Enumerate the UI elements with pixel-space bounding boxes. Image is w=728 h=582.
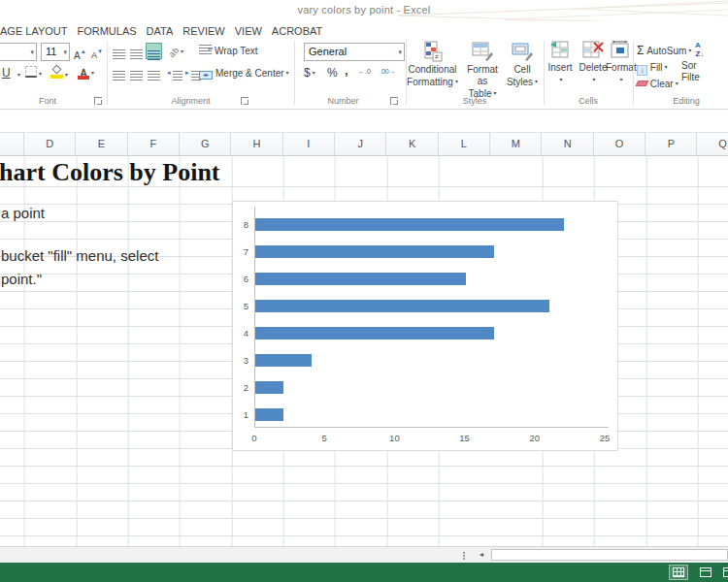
ribbon-tab-view[interactable]: VIEW (230, 23, 267, 37)
column-header-n[interactable]: N (542, 133, 593, 155)
chevron-down-icon: ▾ (63, 44, 67, 60)
ribbon-tab-data[interactable]: DATA (142, 23, 179, 37)
column-header-partial[interactable] (0, 133, 24, 155)
align-left-button[interactable] (111, 64, 127, 81)
underline-button[interactable]: U (2, 65, 11, 81)
svg-text:≠: ≠ (435, 53, 439, 60)
horizontal-scrollbar-strip: ◂ (0, 546, 728, 563)
decrease-indent-button[interactable]: ◂ (167, 64, 183, 81)
chart-bar[interactable] (255, 245, 494, 258)
chart-y-label: 5 (233, 300, 248, 312)
orientation-icon: ab (165, 44, 182, 61)
column-header-l[interactable]: L (439, 133, 490, 155)
ribbon-group-number: General ▾ $▾ % , ←.0 .00→ Number (294, 39, 406, 109)
wrap-text-button[interactable]: ↵ Wrap Text (199, 44, 258, 59)
column-header-g[interactable]: G (180, 133, 231, 155)
underline-menu-arrow[interactable]: ▾ (16, 67, 20, 83)
sort-filter-button[interactable]: A Z ↓ Sor Filte (678, 41, 728, 83)
chart-bar[interactable] (255, 300, 549, 312)
align-center-button[interactable] (128, 64, 145, 81)
delete-cells-button[interactable]: Delete▾ (579, 41, 608, 86)
chart-bar[interactable] (255, 408, 283, 421)
chart-bar[interactable] (255, 354, 312, 367)
align-right-button[interactable] (146, 64, 162, 81)
column-header-o[interactable]: O (594, 133, 645, 155)
shrink-font-button[interactable]: A▼ (91, 44, 103, 63)
column-header-p[interactable]: P (645, 133, 697, 155)
tab-splitter-handle[interactable] (463, 552, 465, 554)
chart-bar[interactable] (255, 381, 283, 394)
chart-y-label: 3 (233, 354, 248, 367)
top-align-button[interactable] (111, 43, 127, 59)
comma-format-button[interactable]: , (345, 63, 348, 79)
borders-button[interactable]: ▾ (25, 66, 42, 82)
number-dialog-launcher[interactable] (390, 97, 398, 105)
chart-y-label: 4 (233, 327, 248, 340)
align-left-icon (113, 71, 125, 81)
title-bar: vary colors by point - Excel (0, 0, 728, 21)
cell-styles-button[interactable]: Cell Styles▾ (506, 41, 539, 88)
font-size-combo[interactable]: 11 ▾ (41, 43, 70, 61)
increase-decimal-button[interactable]: ←.0 (358, 68, 371, 76)
chart-bar[interactable] (255, 273, 466, 285)
format-cells-icon (610, 41, 631, 60)
percent-format-button[interactable]: % (327, 65, 338, 81)
horizontal-scrollbar-thumb[interactable] (491, 549, 728, 561)
bottom-align-button[interactable] (146, 43, 162, 59)
format-as-table-button[interactable]: Format as Table▾ (461, 41, 504, 100)
font-color-button[interactable]: A ▾ (78, 65, 94, 81)
ribbon-tab-acrobat[interactable]: ACROBAT (267, 23, 327, 37)
chart-y-label: 7 (233, 245, 248, 258)
column-header-d[interactable]: D (24, 133, 76, 155)
currency-format-button[interactable]: $▾ (304, 65, 315, 81)
top-align-icon (113, 49, 125, 59)
chart-x-label: 10 (383, 433, 405, 443)
column-header-i[interactable]: I (283, 133, 335, 155)
middle-align-button[interactable] (128, 43, 145, 59)
chart-bar[interactable] (255, 218, 564, 231)
sheet-note-1[interactable]: a point (1, 205, 45, 221)
bar-chart[interactable]: 123456780510152025 (232, 201, 618, 451)
merge-center-button[interactable]: ◂▸Merge & Center▾ (199, 65, 289, 81)
grow-font-button[interactable]: A▲ (74, 44, 86, 64)
sheet-note-2[interactable]: bucket "fill" menu, select (1, 247, 158, 264)
chart-x-axis (254, 427, 609, 428)
scroll-left-button[interactable]: ◂ (474, 548, 489, 562)
alignment-dialog-launcher[interactable] (241, 97, 248, 105)
column-header-q[interactable]: Q (697, 133, 728, 155)
middle-align-icon (130, 49, 143, 59)
sheet-title-text[interactable]: hart Colors by Point (0, 158, 220, 187)
column-header-j[interactable]: J (335, 133, 386, 155)
column-header-k[interactable]: K (386, 133, 438, 155)
column-header-m[interactable]: M (490, 133, 542, 155)
chart-bar[interactable] (255, 327, 494, 340)
clear-button[interactable]: Clear▾ (637, 76, 678, 92)
normal-view-button[interactable] (670, 566, 687, 579)
ribbon-group-styles: ≠ Conditional Formatting▾ Format as Tabl… (406, 39, 544, 109)
sheet-note-3[interactable]: point." (1, 271, 42, 287)
ribbon-tab-age-layout[interactable]: AGE LAYOUT (0, 23, 72, 37)
column-header-e[interactable]: E (76, 133, 127, 155)
ribbon-tab-formulas[interactable]: FORMULAS (72, 23, 141, 37)
page-break-view-button[interactable] (720, 566, 728, 579)
decrease-decimal-button[interactable]: .00→ (380, 68, 396, 76)
insert-cells-button[interactable]: Insert▾ (546, 41, 575, 86)
conditional-formatting-button[interactable]: ≠ Conditional Formatting▾ (406, 41, 459, 88)
cells-group-label: Cells (544, 96, 633, 106)
format-cells-button[interactable]: Format▾ (606, 41, 635, 86)
font-group-label: Font (0, 96, 95, 106)
ribbon-tab-review[interactable]: REVIEW (178, 23, 229, 37)
font-name-combo[interactable]: ▾ (0, 43, 37, 61)
chart-x-label: 5 (314, 433, 335, 443)
page-layout-view-button[interactable] (697, 566, 714, 579)
merge-center-icon: ◂▸ (199, 71, 213, 80)
column-header-f[interactable]: F (128, 133, 180, 155)
font-color-icon: A (78, 66, 89, 80)
number-format-combo[interactable]: General ▾ (304, 43, 405, 61)
font-dialog-launcher[interactable] (94, 97, 102, 105)
orientation-button[interactable]: ab▾ (169, 44, 183, 60)
fill-button[interactable]: ↓ Fill▾ (637, 59, 668, 76)
alignment-group-label: Alignment (146, 96, 236, 106)
column-header-h[interactable]: H (231, 133, 282, 155)
fill-color-button[interactable]: ▾ (50, 65, 68, 83)
